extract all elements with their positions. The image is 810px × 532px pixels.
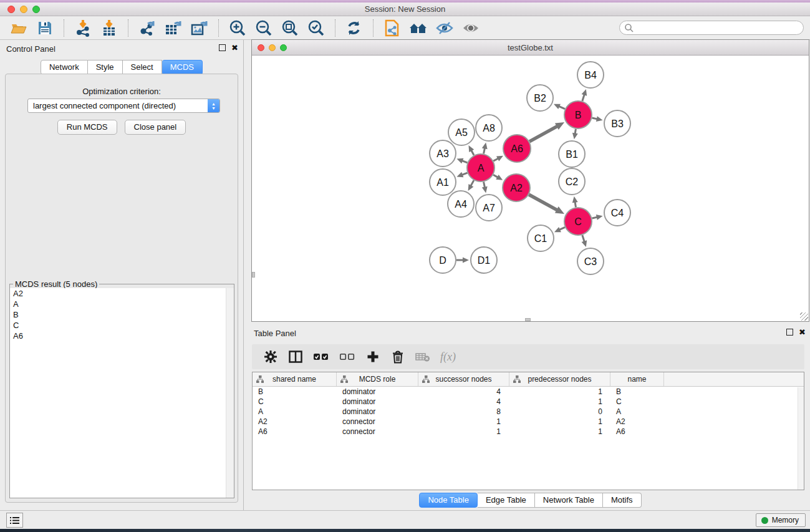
tab-network[interactable]: Network — [41, 60, 88, 75]
mcds-panel-body: Optimization criterion: largest connecte… — [5, 74, 238, 503]
export-network-icon[interactable] — [137, 19, 157, 37]
open-session-icon[interactable] — [9, 19, 29, 37]
shared-column-icon — [513, 375, 521, 385]
result-scrollbar[interactable] — [226, 288, 234, 498]
show-columns-icon[interactable] — [288, 348, 303, 365]
memory-button[interactable]: Memory — [756, 513, 806, 527]
graph-edge[interactable] — [559, 106, 565, 109]
export-image-icon[interactable] — [190, 19, 210, 37]
float-panel-icon[interactable] — [219, 44, 226, 51]
table-row[interactable]: A6connector11A6 — [253, 427, 804, 437]
graph-edge[interactable] — [529, 126, 557, 142]
memory-label: Memory — [772, 516, 799, 525]
delete-column-icon[interactable] — [390, 348, 405, 365]
tab-motifs[interactable]: Motifs — [603, 493, 642, 508]
zoom-selected-icon[interactable] — [306, 19, 326, 37]
main-toolbar — [0, 16, 810, 40]
run-mcds-button[interactable]: Run MCDS — [57, 120, 117, 135]
graph-edge-arrowhead — [596, 215, 603, 220]
import-network-icon[interactable] — [73, 19, 93, 37]
graph-edge[interactable] — [484, 148, 485, 153]
optimization-criterion-label: Optimization criterion: — [6, 87, 238, 96]
search-input[interactable] — [634, 24, 803, 32]
table-cell: 1 — [509, 387, 610, 396]
column-header-successor-nodes[interactable]: successor nodes — [418, 372, 509, 386]
app-titlebar: Session: New Session — [0, 2, 810, 16]
zoom-out-icon[interactable] — [254, 19, 274, 37]
graph-edge[interactable] — [575, 129, 576, 134]
graph-edge[interactable] — [559, 227, 565, 230]
tab-select[interactable]: Select — [123, 60, 162, 75]
status-bar: Memory — [0, 510, 810, 529]
column-header-predecessor-nodes[interactable]: predecessor nodes — [509, 372, 610, 386]
table-row[interactable]: Adominator80A — [253, 407, 804, 417]
column-header-mcds-role[interactable]: MCDS role — [337, 372, 418, 386]
add-column-icon[interactable] — [365, 348, 380, 365]
column-header-name[interactable]: name — [610, 372, 664, 386]
search-box[interactable] — [619, 21, 804, 35]
deselect-all-icon[interactable] — [339, 348, 355, 365]
column-header-shared-name[interactable]: shared name — [253, 372, 337, 386]
graph-edge-arrowhead — [582, 89, 587, 96]
result-list-item[interactable]: C — [10, 320, 234, 331]
graph-edge[interactable] — [592, 118, 597, 119]
tab-node-table[interactable]: Node Table — [419, 493, 478, 508]
table-row[interactable]: Bdominator41B — [253, 387, 804, 397]
criterion-dropdown[interactable]: largest connected component (directed) ▲… — [27, 99, 220, 113]
graph-edge[interactable] — [592, 217, 597, 218]
close-table-panel-icon[interactable]: ✖ — [799, 329, 806, 336]
graph-edge[interactable] — [582, 94, 584, 101]
result-list-item[interactable]: A2 — [10, 288, 234, 299]
graph-edge[interactable] — [471, 180, 474, 186]
network-window-titlebar[interactable]: testGlobe.txt — [252, 40, 809, 56]
tab-network-table[interactable]: Network Table — [535, 493, 603, 508]
tab-mcds[interactable]: MCDS — [162, 60, 203, 75]
float-table-panel-icon[interactable] — [786, 329, 793, 336]
table-cell: connector — [337, 417, 418, 426]
zoom-in-icon[interactable] — [228, 19, 248, 37]
table-cell: 4 — [418, 397, 509, 406]
tab-edge-table[interactable]: Edge Table — [478, 493, 535, 508]
close-panel-icon[interactable]: ✖ — [231, 44, 238, 51]
import-table-icon[interactable] — [99, 19, 119, 37]
save-session-icon[interactable] — [35, 19, 55, 37]
result-list-item[interactable]: A6 — [10, 331, 234, 341]
network-canvas[interactable]: AA1A2A3A4A5A6A7A8BB1B2B3B4CC1C2C3C4DD1 — [252, 56, 809, 321]
table-cell: 4 — [418, 387, 509, 396]
table-settings-gear-icon[interactable] — [263, 348, 278, 365]
graph-edge[interactable] — [462, 161, 468, 163]
table-cell: B — [610, 387, 664, 396]
graph-edge[interactable] — [493, 175, 498, 177]
export-table-icon[interactable] — [163, 19, 183, 37]
table-row[interactable]: Cdominator41C — [253, 397, 804, 407]
graph-edge[interactable] — [462, 173, 468, 175]
graph-edge[interactable] — [471, 150, 474, 155]
mcds-result-list[interactable]: A2ABCA6 — [10, 288, 234, 498]
table-cell: 1 — [509, 417, 610, 426]
tab-style[interactable]: Style — [88, 60, 123, 75]
close-panel-button[interactable]: Close panel — [125, 120, 186, 135]
graph-edge[interactable] — [582, 235, 584, 242]
session-doc-icon[interactable] — [382, 19, 402, 37]
graph-node-label: C1 — [534, 233, 547, 244]
table-row[interactable]: A2connector11A2 — [253, 417, 804, 427]
show-all-icon[interactable] — [461, 19, 481, 37]
graph-edge[interactable] — [484, 182, 485, 188]
resize-grip[interactable] — [800, 312, 808, 321]
result-list-item[interactable]: A — [10, 299, 234, 309]
home-icon[interactable] — [408, 19, 428, 37]
select-all-icon[interactable] — [313, 348, 329, 365]
graph-node-label: B3 — [611, 118, 624, 129]
graph-edge[interactable] — [493, 158, 498, 161]
graph-edge[interactable] — [575, 202, 576, 208]
task-history-button[interactable] — [6, 513, 23, 528]
graph-edge[interactable] — [529, 195, 557, 210]
function-builder-button: f(x) — [440, 348, 456, 365]
hide-selected-icon[interactable] — [435, 19, 455, 37]
table-scrollbar[interactable] — [798, 387, 804, 490]
network-hscroll-thumb[interactable] — [525, 318, 531, 321]
refresh-icon[interactable] — [344, 19, 364, 37]
network-vscroll-thumb[interactable] — [252, 272, 255, 278]
zoom-fit-icon[interactable] — [280, 19, 300, 37]
result-list-item[interactable]: B — [10, 309, 234, 320]
